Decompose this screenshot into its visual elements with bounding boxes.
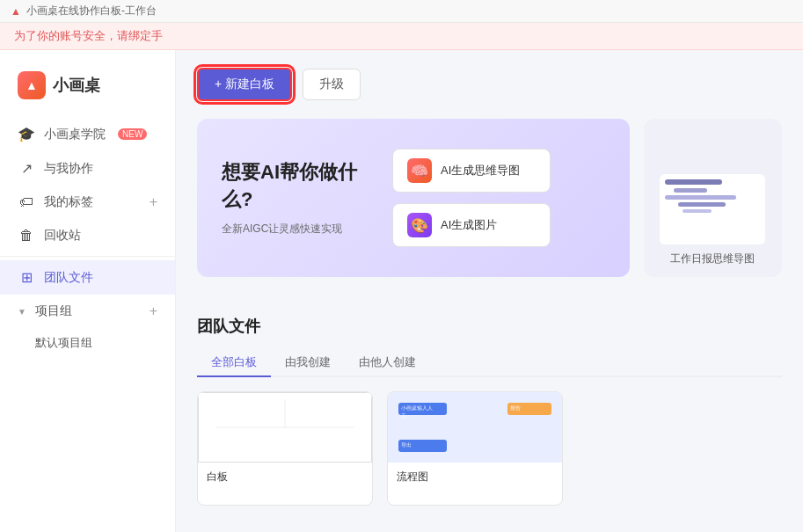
ai-banner-text: 想要AI帮你做什么? 全新AIGC让灵感快速实现 [222, 159, 357, 237]
mini-diagram: 小画桌输入人工... 报告 导出 [395, 399, 555, 455]
collab-icon: ↗ [18, 160, 35, 177]
mini-node-4 [678, 202, 726, 207]
files-row: 白板 小画桌输入人工... 报告 导出 [197, 391, 782, 506]
sidebar-item-tags[interactable]: 🏷 我的标签 + [0, 186, 175, 219]
file-card-2-name: 流程图 [397, 470, 553, 485]
mindmap-icon: 🧠 [407, 158, 432, 183]
sidebar-sub-default-group[interactable]: 默认项目组 [0, 328, 175, 358]
file-tabs: 全部白板 由我创建 由他人创建 [197, 349, 782, 377]
arrow-icon: ▼ [18, 307, 26, 317]
warning-text: 为了你的账号安全，请绑定手 [14, 28, 163, 44]
sidebar-team-label: 团队文件 [44, 270, 93, 286]
tags-plus-btn[interactable]: + [150, 194, 157, 210]
sidebar-tags-label: 我的标签 [44, 194, 93, 210]
ai-mindmap-button[interactable]: 🧠 AI生成思维导图 [392, 149, 551, 193]
sidebar-item-collab[interactable]: ↗ 与我协作 [0, 151, 175, 186]
group-plus-btn[interactable]: + [150, 303, 157, 319]
sidebar-trash-label: 回收站 [44, 228, 81, 244]
upgrade-button[interactable]: 升级 [303, 69, 361, 100]
ai-mindmap-label: AI生成思维导图 [441, 163, 520, 179]
file-card-2-preview: 小画桌输入人工... 报告 导出 [388, 392, 562, 463]
sidebar-collab-label: 与我协作 [44, 161, 93, 177]
ai-banner-subtitle: 全新AIGC让灵感快速实现 [222, 222, 357, 237]
mini-node-2 [674, 188, 707, 193]
ai-banner: 想要AI帮你做什么? 全新AIGC让灵感快速实现 🧠 AI生成思维导图 🎨 AI… [197, 119, 630, 277]
sidebar-group-project[interactable]: ▼ 项目组 + [0, 295, 175, 328]
template-card[interactable]: 工作日报思维导图 [644, 119, 782, 277]
main-layout: ▲ 小画桌 🎓 小画桌学院 NEW ↗ 与我协作 🏷 我的标签 + 🗑 回收站 [0, 50, 803, 532]
file-card-2[interactable]: 小画桌输入人工... 报告 导出 流程图 [387, 391, 563, 506]
content-area: + 新建白板 升级 想要AI帮你做什么? 全新AIGC让灵感快速实现 🧠 AI生… [176, 50, 803, 532]
new-badge: NEW [118, 128, 147, 140]
mini-box-3: 导出 [398, 440, 447, 452]
banners-row: 想要AI帮你做什么? 全新AIGC让灵感快速实现 🧠 AI生成思维导图 🎨 AI… [197, 119, 782, 295]
tags-icon: 🏷 [18, 194, 35, 210]
file-card-1-preview [198, 392, 372, 463]
ai-banner-title: 想要AI帮你做什么? [222, 159, 357, 214]
ai-image-label: AI生成图片 [441, 217, 497, 233]
template-preview [660, 174, 765, 244]
toolbar: + 新建白板 升级 [197, 68, 782, 101]
ai-image-button[interactable]: 🎨 AI生成图片 [392, 203, 551, 247]
title-bar-label: 小画桌在线协作白板-工作台 [26, 4, 157, 18]
new-board-button[interactable]: + 新建白板 [197, 68, 292, 101]
sidebar: ▲ 小画桌 🎓 小画桌学院 NEW ↗ 与我协作 🏷 我的标签 + 🗑 回收站 [0, 50, 176, 532]
logo-area: ▲ 小画桌 [0, 64, 175, 117]
mini-node-5 [683, 209, 711, 213]
file-card-1-info: 白板 [198, 463, 372, 492]
sidebar-group-label: 项目组 [35, 303, 72, 319]
team-icon: ⊞ [18, 269, 35, 286]
title-bar: ▲ 小画桌在线协作白板-工作台 [0, 0, 803, 23]
sidebar-item-team[interactable]: ⊞ 团队文件 [0, 260, 175, 295]
mini-box-1: 小画桌输入人工... [398, 403, 447, 415]
template-card-label: 工作日报思维导图 [670, 251, 755, 266]
tab-all[interactable]: 全部白板 [197, 349, 271, 377]
trash-icon: 🗑 [18, 228, 35, 244]
file-card-1-name: 白板 [207, 470, 363, 485]
top-warning-bar: 为了你的账号安全，请绑定手 [0, 23, 803, 50]
title-bar-icon: ▲ [11, 5, 21, 18]
logo-text: 小画桌 [53, 75, 100, 96]
sidebar-academy-label: 小画桌学院 [44, 127, 106, 142]
sidebar-item-academy[interactable]: 🎓 小画桌学院 NEW [0, 117, 175, 151]
academy-icon: 🎓 [18, 126, 35, 142]
logo-icon: ▲ [18, 71, 46, 99]
sidebar-item-trash[interactable]: 🗑 回收站 [0, 219, 175, 252]
sidebar-sub-label: 默认项目组 [35, 335, 92, 351]
team-files-title: 团队文件 [197, 316, 782, 337]
mini-node-1 [665, 179, 722, 185]
file-card-1[interactable]: 白板 [197, 391, 373, 506]
tab-others[interactable]: 由他人创建 [345, 349, 430, 377]
mini-box-2: 报告 [507, 403, 551, 415]
ai-buttons: 🧠 AI生成思维导图 🎨 AI生成图片 [392, 149, 551, 247]
sidebar-divider [0, 256, 175, 257]
team-files-section: 团队文件 全部白板 由我创建 由他人创建 白板 [197, 316, 782, 506]
mini-node-3 [665, 195, 736, 200]
tab-mine[interactable]: 由我创建 [271, 349, 345, 377]
file-card-2-info: 流程图 [388, 463, 562, 492]
image-icon: 🎨 [407, 213, 432, 237]
